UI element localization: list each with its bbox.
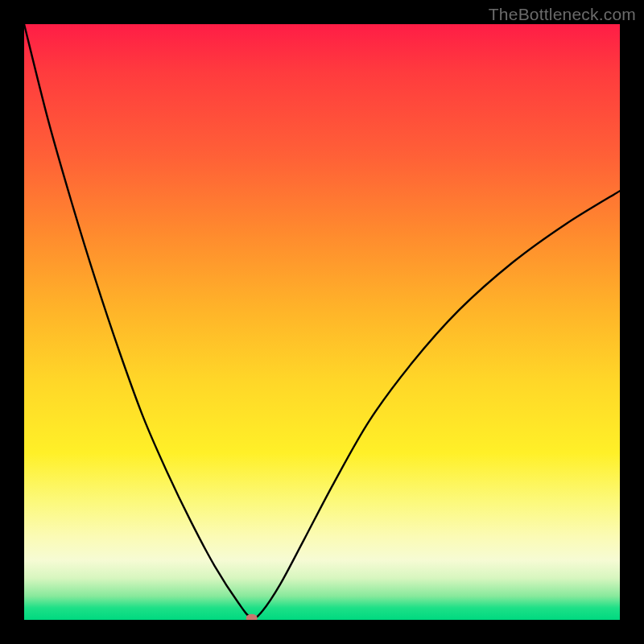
chart-frame: TheBottleneck.com [0, 0, 644, 644]
plot-area [24, 24, 620, 620]
curve-line [24, 24, 620, 618]
bottleneck-curve [24, 24, 620, 620]
watermark-text: TheBottleneck.com [489, 5, 636, 24]
